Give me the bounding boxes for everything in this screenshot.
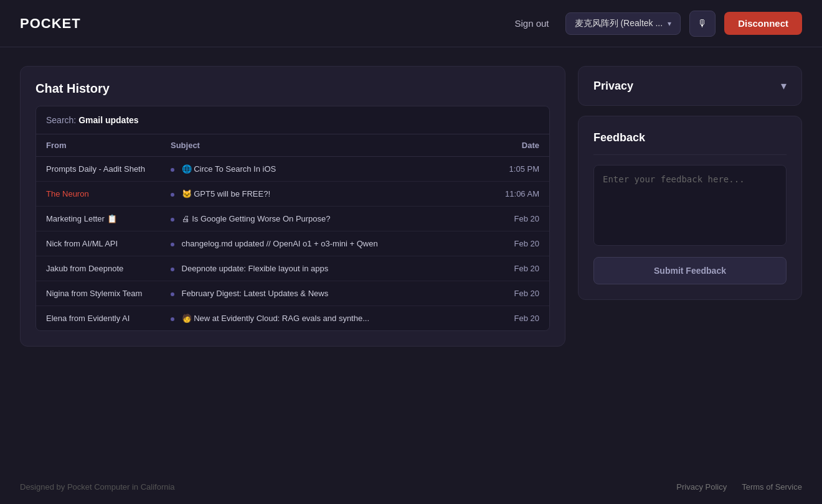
cell-from: Prompts Daily - Aadit Sheth: [36, 157, 161, 182]
cell-subject: Deepnote update: Flexible layout in apps: [161, 256, 475, 281]
right-panels: Privacy ▾ Feedback Submit Feedback: [578, 66, 802, 300]
cell-from: Nigina from Stylemix Team: [36, 281, 161, 306]
chat-history-title: Chat History: [35, 82, 550, 96]
feedback-panel: Feedback Submit Feedback: [578, 116, 802, 300]
cell-subject: February Digest: Latest Updates & News: [161, 281, 475, 306]
unread-dot: [171, 268, 174, 271]
table-row[interactable]: Marketing Letter 📋 🖨 Is Google Getting W…: [36, 207, 549, 231]
cell-date: Feb 20: [475, 306, 549, 331]
chat-history-panel: Chat History Search: Gmail updates From …: [20, 66, 565, 347]
table-row[interactable]: Nick from AI/ML API changelog.md updated…: [36, 231, 549, 256]
col-subject: Subject: [161, 134, 475, 157]
cell-from: Marketing Letter 📋: [36, 207, 161, 231]
chevron-down-icon: ▾: [668, 19, 671, 28]
feedback-title: Feedback: [593, 131, 787, 155]
microphone-icon: 🎙: [697, 18, 707, 29]
table-row[interactable]: Elena from Evidently AI 🧑 New at Evident…: [36, 306, 549, 331]
search-query: Gmail updates: [78, 115, 138, 125]
cell-date: 11:06 AM: [475, 182, 549, 207]
cell-subject: 🐱 GPT5 will be FREE?!: [161, 182, 475, 207]
unread-dot: [171, 218, 174, 222]
sign-out-button[interactable]: Sign out: [508, 13, 557, 34]
footer-designed-by: Designed by Pocket Computer in Californi…: [20, 482, 175, 492]
unread-dot: [171, 243, 174, 246]
cell-subject: 🖨 Is Google Getting Worse On Purpose?: [161, 207, 475, 231]
cell-date: Feb 20: [475, 256, 549, 281]
mic-device-dropdown[interactable]: 麦克风阵列 (Realtek ... ▾: [565, 12, 681, 35]
cell-subject: 🧑 New at Evidently Cloud: RAG evals and …: [161, 306, 475, 331]
chat-table-body: Prompts Daily - Aadit Sheth 🌐 Circe To S…: [36, 157, 549, 331]
search-row: Search: Gmail updates: [36, 106, 549, 134]
cell-from: Elena from Evidently AI: [36, 306, 161, 331]
cell-from: Nick from AI/ML API: [36, 231, 161, 256]
logo: Pocket: [20, 16, 81, 32]
unread-dot: [171, 317, 174, 321]
col-date: Date: [475, 134, 549, 157]
mic-device-label: 麦克风阵列 (Realtek ...: [575, 18, 663, 29]
header-right: Sign out 麦克风阵列 (Realtek ... ▾ 🎙 Disconne…: [508, 11, 803, 37]
disconnect-button[interactable]: Disconnect: [724, 12, 802, 35]
privacy-title: Privacy: [593, 80, 633, 93]
cell-subject: changelog.md updated // OpenAI o1 + o3-m…: [161, 231, 475, 256]
unread-dot: [171, 168, 174, 172]
search-prefix: Search:: [46, 115, 76, 125]
feedback-textarea[interactable]: [593, 165, 787, 246]
submit-feedback-button[interactable]: Submit Feedback: [593, 257, 787, 284]
cell-date: Feb 20: [475, 231, 549, 256]
microphone-button[interactable]: 🎙: [689, 11, 716, 37]
footer-links: Privacy Policy Terms of Service: [676, 482, 802, 492]
table-row[interactable]: Nigina from Stylemix Team February Diges…: [36, 281, 549, 306]
main-content: Chat History Search: Gmail updates From …: [0, 47, 822, 365]
table-row[interactable]: The Neuron 🐱 GPT5 will be FREE?!11:06 AM: [36, 182, 549, 207]
privacy-policy-link[interactable]: Privacy Policy: [676, 482, 727, 492]
chat-table-container[interactable]: Search: Gmail updates From Subject Date …: [35, 106, 550, 331]
cell-from: The Neuron: [36, 182, 161, 207]
header: Pocket Sign out 麦克风阵列 (Realtek ... ▾ 🎙 D…: [0, 0, 822, 47]
terms-of-service-link[interactable]: Terms of Service: [742, 482, 802, 492]
footer: Designed by Pocket Computer in Californi…: [0, 470, 822, 504]
chat-table: From Subject Date Prompts Daily - Aadit …: [36, 134, 549, 330]
cell-date: Feb 20: [475, 281, 549, 306]
table-row[interactable]: Jakub from Deepnote Deepnote update: Fle…: [36, 256, 549, 281]
privacy-panel: Privacy ▾: [578, 66, 802, 106]
chevron-down-icon[interactable]: ▾: [781, 79, 787, 93]
cell-date: 1:05 PM: [475, 157, 549, 182]
chat-table-head: From Subject Date: [36, 134, 549, 157]
col-from: From: [36, 134, 161, 157]
cell-date: Feb 20: [475, 207, 549, 231]
table-row[interactable]: Prompts Daily - Aadit Sheth 🌐 Circe To S…: [36, 157, 549, 182]
unread-dot: [171, 292, 174, 296]
unread-dot: [171, 193, 174, 197]
cell-subject: 🌐 Circe To Search In iOS: [161, 157, 475, 182]
cell-from: Jakub from Deepnote: [36, 256, 161, 281]
